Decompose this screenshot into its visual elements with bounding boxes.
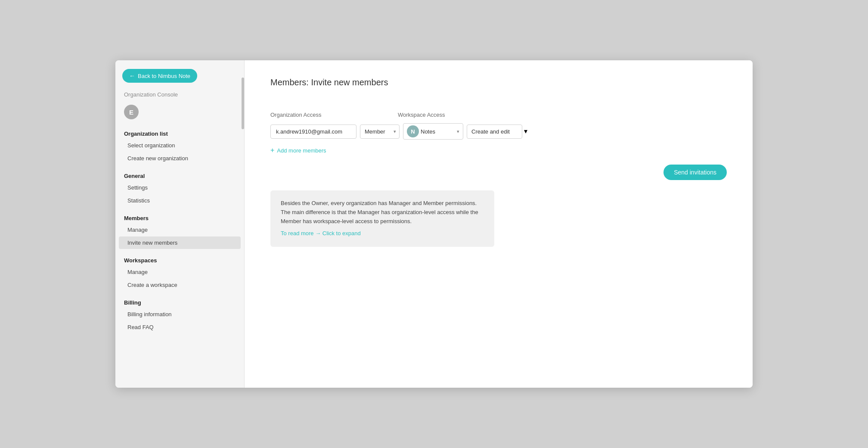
org-avatar: E bbox=[124, 105, 139, 119]
page-title: Members: Invite new members bbox=[270, 78, 727, 87]
sidebar-item-invite-members[interactable]: Invite new members bbox=[119, 236, 241, 249]
nav-group-title-org: Organization list bbox=[115, 126, 244, 139]
nav-group-title-members: Members bbox=[115, 211, 244, 223]
nav-section-members: Members Manage Invite new members bbox=[115, 211, 244, 253]
back-arrow-icon: ← bbox=[129, 72, 135, 79]
sidebar-item-manage-workspaces[interactable]: Manage bbox=[119, 266, 241, 278]
permissions-select[interactable]: Create and edit View only No access bbox=[467, 124, 522, 139]
nav-group-title-billing: Billing bbox=[115, 295, 244, 308]
nav-section-general: General Settings Statistics bbox=[115, 168, 244, 211]
scrollbar-track bbox=[242, 60, 244, 388]
workspace-avatar: N bbox=[407, 125, 419, 137]
add-more-label: Add more members bbox=[277, 147, 326, 154]
nav-section-billing: Billing Billing information Read FAQ bbox=[115, 295, 244, 337]
sidebar-item-statistics[interactable]: Statistics bbox=[119, 194, 241, 207]
nav-section-org-list: Organization list Select organization Cr… bbox=[115, 126, 244, 168]
org-console-label: Organization Console bbox=[115, 90, 244, 103]
main-content: Members: Invite new members Organization… bbox=[245, 60, 753, 388]
sidebar: ← Back to Nimbus Note Organization Conso… bbox=[115, 60, 245, 388]
nav-section-workspaces: Workspaces Manage Create a workspace bbox=[115, 253, 244, 295]
permissions-chevron-icon: ▾ bbox=[524, 128, 527, 135]
sidebar-item-manage-members[interactable]: Manage bbox=[119, 224, 241, 236]
nav-group-title-workspaces: Workspaces bbox=[115, 253, 244, 265]
workspace-row: N Notes ▾ bbox=[403, 123, 463, 140]
access-labels: Organization Access Workspace Access bbox=[270, 112, 727, 118]
add-more-members-link[interactable]: + Add more members bbox=[270, 146, 727, 154]
invite-row: Member Manager Owner ▾ N Notes ▾ Create … bbox=[270, 123, 727, 140]
sidebar-item-create-workspace[interactable]: Create a workspace bbox=[119, 279, 241, 291]
info-text: Besides the Owner, every organization ha… bbox=[281, 199, 484, 226]
org-access-label: Organization Access bbox=[270, 112, 391, 118]
workspace-chevron-icon: ▾ bbox=[457, 129, 459, 134]
nav-group-title-general: General bbox=[115, 168, 244, 181]
sidebar-item-create-org[interactable]: Create new organization bbox=[119, 152, 241, 165]
plus-icon: + bbox=[270, 146, 274, 154]
workspace-access-label: Workspace Access bbox=[398, 112, 445, 118]
invite-section: Organization Access Workspace Access Mem… bbox=[245, 98, 753, 261]
scrollbar-thumb[interactable] bbox=[242, 78, 244, 129]
app-window: ← Back to Nimbus Note Organization Conso… bbox=[115, 60, 753, 388]
sidebar-item-read-faq[interactable]: Read FAQ bbox=[119, 321, 241, 333]
permissions-select-wrapper: Create and edit View only No access ▾ bbox=[467, 124, 527, 139]
role-select-wrapper: Member Manager Owner ▾ bbox=[360, 124, 400, 139]
email-input[interactable] bbox=[270, 124, 356, 139]
page-header: Members: Invite new members bbox=[245, 60, 753, 98]
role-select[interactable]: Member Manager Owner bbox=[360, 124, 400, 139]
sidebar-item-billing-info[interactable]: Billing information bbox=[119, 308, 241, 320]
read-more-link[interactable]: To read more → Click to expand bbox=[281, 229, 484, 238]
workspace-name: Notes bbox=[421, 128, 455, 135]
send-invitations-button[interactable]: Send invitations bbox=[663, 165, 727, 180]
back-button[interactable]: ← Back to Nimbus Note bbox=[122, 69, 197, 83]
sidebar-item-select-org[interactable]: Select organization bbox=[119, 139, 241, 152]
info-box: Besides the Owner, every organization ha… bbox=[270, 190, 494, 247]
sidebar-item-settings[interactable]: Settings bbox=[119, 181, 241, 194]
